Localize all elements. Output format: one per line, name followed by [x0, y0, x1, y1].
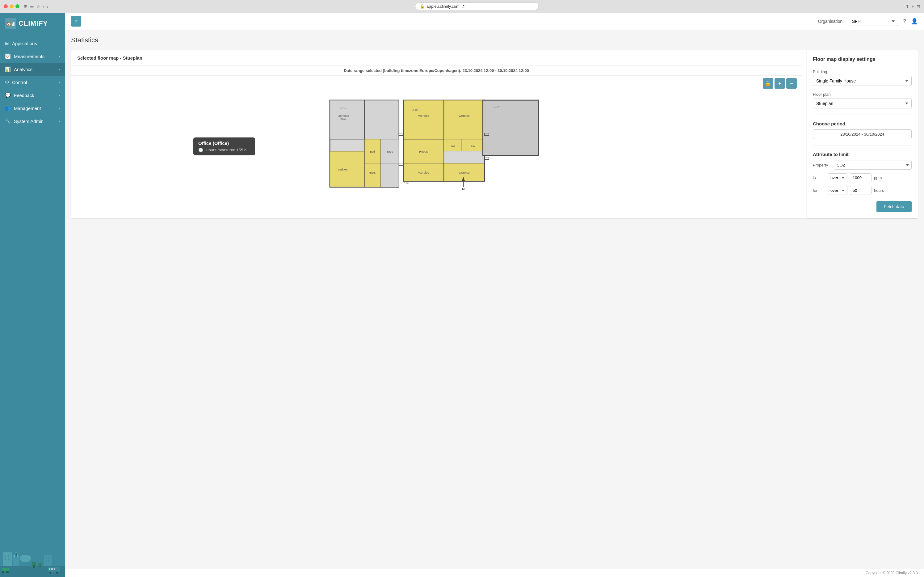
back-button[interactable]: ‹ — [43, 4, 45, 9]
is-unit: ppm — [874, 176, 882, 180]
maximize-button[interactable] — [15, 4, 19, 8]
svg-rect-48 — [381, 163, 399, 187]
svg-rect-11 — [13, 557, 19, 566]
building-label: Building — [813, 69, 912, 74]
sidebar-item-applications[interactable]: ⊞ Applications — [0, 37, 65, 50]
minimize-button[interactable] — [10, 4, 14, 8]
svg-rect-22 — [48, 557, 50, 558]
sidebar-item-measurements[interactable]: 📈 Measurements › — [0, 50, 65, 63]
sidebar-item-analytics[interactable]: 📊 Analytics › — [0, 63, 65, 76]
svg-rect-50 — [403, 100, 444, 139]
svg-text:Køkken: Køkken — [338, 168, 348, 171]
svg-rect-74 — [484, 157, 489, 160]
clock-icon: 🕐 — [198, 148, 203, 152]
svg-rect-66 — [483, 100, 539, 156]
is-value-input[interactable] — [850, 173, 871, 182]
period-section: Choose period — [813, 121, 912, 139]
wrench-icon: 🔧 — [5, 118, 11, 124]
period-title: Choose period — [813, 121, 912, 126]
building-row: Building Single Family House — [813, 69, 912, 86]
sliders-icon: ⚙ — [5, 79, 9, 85]
extensions-button[interactable]: ⊡ — [917, 4, 920, 9]
org-label: Organisation: — [818, 19, 844, 24]
svg-rect-20 — [44, 555, 52, 566]
svg-text:Entre: Entre — [386, 150, 393, 153]
is-label: is — [813, 176, 825, 180]
svg-text:Sov: Sov — [471, 145, 475, 147]
url-text: app.eu.climify.com — [427, 4, 460, 9]
menu-toggle-button[interactable]: ≡ — [71, 16, 81, 27]
grid-icon: ⊞ — [5, 40, 9, 46]
tooltip-title: Office (Office) — [198, 140, 250, 146]
user-profile-button[interactable]: 👤 — [911, 18, 918, 25]
share-button[interactable]: ⬆ — [905, 4, 909, 9]
svg-text:Bryg.: Bryg. — [369, 171, 375, 174]
svg-text:Værelse: Værelse — [458, 171, 469, 174]
fetch-data-button[interactable]: Fetch data — [876, 201, 912, 212]
new-tab-button[interactable]: + — [912, 4, 914, 9]
svg-text:Værelse: Værelse — [418, 171, 429, 174]
sidebar-item-feedback-label: Feedback — [14, 93, 34, 98]
sidebar-item-control-label: Control — [12, 80, 27, 85]
chevron-right-icon: › — [59, 119, 60, 123]
left-building: Opholde Stue 6.7m Køkken Bad — [330, 100, 399, 187]
floor-map-title: Selected floor map - Stueplan — [77, 55, 795, 61]
sidebar-item-left: 📈 Measurements — [5, 53, 45, 59]
sidebar-item-feedback[interactable]: 💬 Feedback › — [0, 89, 65, 102]
climify-logo-icon: 🏠 — [5, 18, 16, 29]
zoom-in-button[interactable]: + — [774, 78, 785, 89]
building-select[interactable]: Single Family House — [813, 76, 912, 86]
bookmark-button[interactable]: ☆ — [37, 4, 40, 9]
help-button[interactable]: ? — [903, 18, 906, 25]
svg-rect-13 — [15, 553, 17, 557]
room-tooltip: Office (Office) 🕐 Hours measured 155 h — [193, 137, 255, 155]
property-select[interactable]: CO2 — [834, 161, 912, 169]
zoom-out-button[interactable]: − — [786, 78, 797, 89]
organisation-select[interactable]: SFH — [848, 17, 898, 26]
tab-button[interactable]: ☰ — [30, 4, 34, 9]
floor-map-header: Selected floor map - Stueplan — [71, 50, 802, 66]
svg-rect-7 — [5, 555, 6, 557]
settings-panel: Floor map display settings Building Sing… — [806, 50, 918, 218]
for-value-input[interactable] — [850, 186, 871, 195]
floorplan-area[interactable]: Opholde Stue 6.7m Køkken Bad — [76, 91, 797, 196]
for-label: for — [813, 188, 825, 193]
reload-icon[interactable]: ↺ — [461, 4, 465, 9]
topbar: ≡ Organisation: SFH ? 👤 — [65, 13, 924, 30]
svg-point-26 — [2, 571, 4, 573]
browser-actions: ⬆ + ⊡ — [905, 4, 920, 9]
comment-icon: 💬 — [5, 92, 11, 98]
tab-overview-button[interactable]: ⊞ — [24, 4, 27, 9]
forward-button[interactable]: › — [47, 4, 48, 9]
floor-map-section: Selected floor map - Stueplan Date range… — [71, 50, 802, 218]
floorplan-svg: Opholde Stue 6.7m Køkken Bad — [76, 91, 797, 196]
traffic-lights — [4, 4, 19, 8]
is-operator-select[interactable]: over — [827, 173, 847, 182]
city-illustration — [0, 540, 65, 577]
lock-floorplan-button[interactable]: 🔒 — [763, 78, 773, 89]
svg-rect-41 — [364, 100, 399, 139]
url-input[interactable]: 🔒 app.eu.climify.com ↺ — [415, 2, 539, 10]
bar-chart-icon: 📊 — [5, 66, 11, 72]
sidebar-item-measurements-label: Measurements — [14, 54, 45, 59]
date-prefix: Date range selected (building timezone E… — [344, 68, 461, 73]
svg-rect-8 — [8, 555, 9, 557]
sidebar-logo-text: CLIMIFY — [19, 19, 48, 27]
for-operator-select[interactable]: over — [827, 186, 847, 195]
sidebar-item-control[interactable]: ⚙ Control › — [0, 76, 65, 89]
floor-plan-select[interactable]: Stueplan — [813, 98, 912, 108]
sidebar-item-management[interactable]: 👥 Management › — [0, 102, 65, 114]
svg-text:2.6m: 2.6m — [412, 108, 418, 111]
close-button[interactable] — [4, 4, 8, 8]
app-container: 🏠 CLIMIFY ⊞ Applications 📈 Measurements … — [0, 13, 924, 577]
browser-chrome: ⊞ ☰ ☆ ‹ › 🔒 app.eu.climify.com ↺ ⬆ + ⊡ — [0, 0, 924, 13]
svg-point-33 — [56, 572, 58, 574]
sidebar-item-system-admin[interactable]: 🔧 System Admin › — [0, 114, 65, 127]
sidebar-item-analytics-label: Analytics — [14, 67, 32, 72]
copyright-text: Copyright © 2020 Climify v2.8.3 — [866, 571, 918, 575]
svg-rect-31 — [54, 568, 55, 570]
svg-text:Opholde: Opholde — [338, 114, 349, 118]
date-range-input[interactable] — [813, 129, 912, 139]
chevron-right-icon: › — [59, 80, 60, 84]
svg-rect-30 — [51, 568, 53, 570]
